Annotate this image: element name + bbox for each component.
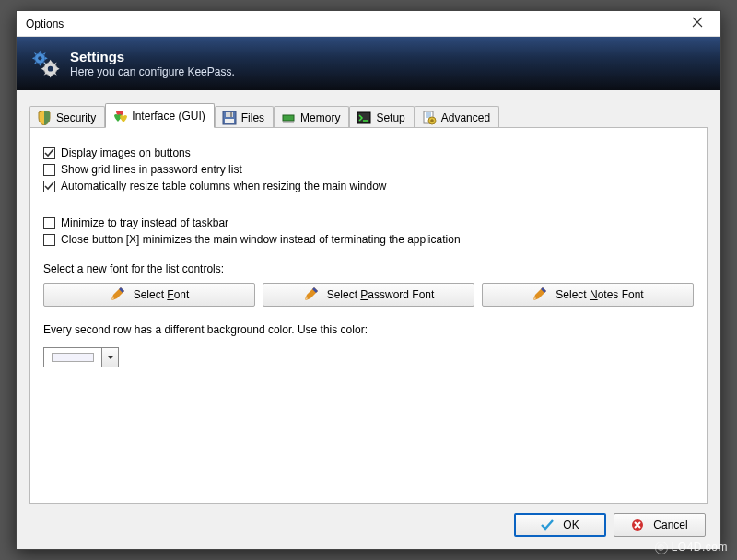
button-label: Select Notes Font <box>556 288 643 301</box>
close-button[interactable] <box>677 12 718 36</box>
checkbox-icon <box>43 164 55 176</box>
tab-panel-interface: Display images on buttons Show grid line… <box>29 127 708 504</box>
ok-button[interactable]: OK <box>514 513 606 537</box>
svg-point-3 <box>48 66 53 72</box>
font-buttons-row: Select Font Select Password Font Select … <box>43 283 694 307</box>
tab-security[interactable]: Security <box>29 106 105 128</box>
page-icon <box>422 111 437 125</box>
close-icon <box>692 17 703 28</box>
pencil-icon <box>303 287 318 302</box>
color-section-label: Every second row has a different backgro… <box>43 323 694 336</box>
options-window: Options Settings Here you can configure … <box>16 10 721 550</box>
tab-interface[interactable]: Interface (GUI) <box>105 103 214 128</box>
svg-rect-5 <box>225 119 234 123</box>
titlebar: Options <box>17 11 720 37</box>
button-label: Select Font <box>134 288 190 301</box>
checkbox-display-images[interactable]: Display images on buttons <box>43 146 694 159</box>
watermark: LO4D.com <box>655 541 728 554</box>
checkbox-icon <box>43 147 55 159</box>
window-title: Options <box>26 18 677 30</box>
svg-rect-9 <box>357 112 370 123</box>
chip-icon <box>281 111 296 125</box>
select-font-button[interactable]: Select Font <box>43 283 255 307</box>
check-icon <box>541 519 554 531</box>
header-banner: Settings Here you can configure KeePass. <box>17 37 720 90</box>
dropdown-arrow[interactable] <box>101 348 118 367</box>
tab-advanced[interactable]: Advanced <box>415 106 499 128</box>
checkbox-icon <box>43 217 55 229</box>
svg-rect-8 <box>283 115 294 121</box>
terminal-icon <box>357 111 371 125</box>
header-title: Settings <box>70 49 235 64</box>
gear-icon <box>29 48 61 79</box>
shield-icon <box>37 111 52 125</box>
header-subtitle: Here you can configure KeePass. <box>70 65 235 78</box>
select-password-font-button[interactable]: Select Password Font <box>263 283 474 307</box>
svg-point-1 <box>38 56 41 60</box>
tab-memory[interactable]: Memory <box>274 106 349 128</box>
checkbox-grid-lines[interactable]: Show grid lines in password entry list <box>43 163 694 176</box>
font-section-label: Select a new font for the list controls: <box>43 262 694 275</box>
button-label: Select Password Font <box>327 288 435 301</box>
checkbox-minimize-tray[interactable]: Minimize to tray instead of taskbar <box>43 216 694 229</box>
tab-setup[interactable]: Setup <box>349 106 414 128</box>
svg-rect-7 <box>230 112 232 117</box>
tab-strip: Security Interface (GUI) Files Memory <box>29 103 708 128</box>
tab-files[interactable]: Files <box>215 106 274 128</box>
checkbox-auto-resize[interactable]: Automatically resize table columns when … <box>43 180 694 192</box>
cancel-button[interactable]: Cancel <box>614 513 706 537</box>
row-color-picker[interactable] <box>43 347 119 368</box>
select-notes-font-button[interactable]: Select Notes Font <box>482 283 694 307</box>
pencil-icon <box>110 287 124 302</box>
checkbox-close-minimizes[interactable]: Close button [X] minimizes the main wind… <box>43 233 694 246</box>
chevron-down-icon <box>107 354 114 361</box>
hearts-icon <box>112 109 127 123</box>
color-swatch <box>44 348 101 367</box>
pencil-icon <box>532 287 546 302</box>
floppy-icon <box>222 111 237 125</box>
checkbox-icon <box>43 181 55 192</box>
checkbox-icon <box>43 234 55 246</box>
dialog-button-row: OK Cancel <box>29 504 708 540</box>
dialog-body: Security Interface (GUI) Files Memory <box>17 90 720 549</box>
cancel-icon <box>631 519 644 531</box>
